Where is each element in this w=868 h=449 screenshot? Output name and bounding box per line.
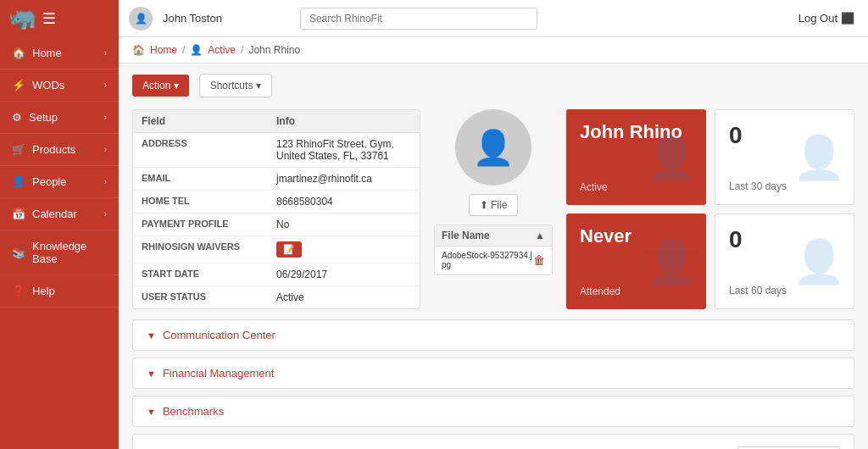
breadcrumb-home[interactable]: Home	[150, 44, 177, 56]
sidebar-label-setup: Setup	[29, 111, 58, 124]
table-row: USER STATUS Active	[133, 286, 420, 308]
sidebar-label-products: Products	[32, 143, 75, 156]
field-header: Field	[142, 115, 276, 127]
top-nav: 🦏 ☰ 👤 John Toston Log Out ⬛	[0, 0, 868, 37]
table-row: START DATE 06/29/2017	[133, 263, 420, 286]
value-startdate: 06/29/2017	[276, 269, 411, 280]
label-email: EMAIL	[142, 173, 276, 185]
sort-icon: ▲	[535, 230, 545, 241]
chevron-icon: ›	[104, 145, 107, 154]
sidebar-item-setup[interactable]: ⚙ Setup ›	[0, 102, 119, 134]
help-icon: ❓	[12, 285, 25, 297]
top-user-name: John Toston	[163, 12, 222, 25]
label-address: ADDRESS	[142, 138, 276, 162]
breadcrumb-current: John Rhino	[248, 44, 300, 56]
table-row: RhinoSign Waivers 📝	[133, 236, 420, 263]
layout: 🏠 Home › ⚡ WODs › ⚙ Setup › 🛒 Products	[0, 37, 868, 449]
sidebar-label-people: People	[32, 175, 66, 188]
chevron-icon: ›	[104, 177, 107, 186]
label-userstatus: USER STATUS	[142, 291, 276, 303]
action-button[interactable]: Action ▾	[132, 75, 189, 97]
file-table: File Name ▲ AdobeStock-95327934.jpg 🗑	[434, 224, 553, 275]
logout-icon: ⬛	[841, 12, 854, 25]
chevron-icon: ›	[104, 48, 107, 58]
avatar: 👤	[455, 109, 531, 186]
chevron-icon: ›	[104, 113, 107, 122]
stat-cards: John Rhino Active 👤 0 Last 30 days 👤 Nev…	[566, 109, 854, 309]
benchmarks-collapse-header[interactable]: ▼ Benchmarks	[133, 396, 854, 426]
file-name-header: File Name	[442, 230, 490, 241]
label-waivers: RhinoSign Waivers	[142, 241, 276, 258]
stat-status: Active	[580, 181, 693, 193]
search-input[interactable]	[300, 8, 537, 30]
hamburger-icon[interactable]: ☰	[42, 9, 56, 28]
sidebar-label-wods: WODs	[32, 79, 64, 91]
benchmarks-collapse-section: ▼ Benchmarks	[132, 396, 854, 427]
communication-header[interactable]: ▼ Communication Center	[133, 320, 854, 350]
file-upload-button[interactable]: ⬆ File	[469, 194, 519, 216]
table-row: ADDRESS 123 RhinoFit Street, Gym, United…	[133, 133, 420, 168]
value-payment: No	[276, 219, 411, 230]
main-content: 🏠 Home / 👤 Active / John Rhino Action ▾ …	[119, 37, 868, 449]
info-header: Info	[276, 115, 411, 127]
sidebar-item-home[interactable]: 🏠 Home ›	[0, 37, 119, 69]
shortcuts-label: Shortcuts ▾	[210, 80, 261, 91]
label-payment: PAYMENT PROFILE	[142, 219, 276, 230]
stat-bg-icon: 👤	[793, 237, 845, 286]
content-area: Action ▾ Shortcuts ▾ Field Info ADDRESS …	[119, 64, 868, 449]
breadcrumb-active[interactable]: Active	[208, 44, 236, 56]
shortcuts-button[interactable]: Shortcuts ▾	[199, 74, 272, 97]
logo: 🦏 ☰	[0, 0, 119, 37]
sidebar-item-knowledge-base[interactable]: 📚 Knowledge Base	[0, 230, 119, 275]
avatar: 👤	[129, 7, 153, 30]
sidebar-item-calendar[interactable]: 📅 Calendar ›	[0, 198, 119, 230]
attended-stat-card: Never Attended 👤	[566, 213, 706, 309]
value-address: 123 RhinoFit Street, Gym, United States,…	[276, 138, 411, 162]
table-row: HOME TEL 8668580304	[133, 191, 420, 213]
communication-label: Communication Center	[163, 329, 275, 341]
action-label: Action ▾	[142, 80, 179, 91]
chevron-icon: ›	[104, 209, 107, 219]
sidebar-item-people[interactable]: 👤 People ›	[0, 166, 119, 198]
value-waivers: 📝	[276, 241, 411, 258]
chevron-down-icon: ▼	[147, 369, 156, 379]
waivers-btn[interactable]: 📝	[276, 241, 302, 258]
home-icon: 🏠	[12, 47, 25, 59]
file-upload-label: ⬆ File	[480, 199, 508, 211]
benchmarks-collapse-label: Benchmarks	[163, 405, 224, 418]
stat-bg-icon: 👤	[645, 237, 698, 286]
sidebar-item-products[interactable]: 🛒 Products ›	[0, 134, 119, 166]
chevron-down-icon: ▼	[147, 407, 156, 417]
table-row: EMAIL jmartinez@rhinofit.ca	[133, 168, 420, 191]
last30-stat-card: 0 Last 30 days 👤	[715, 109, 854, 205]
sidebar-label-help: Help	[32, 285, 55, 297]
sidebar-item-help[interactable]: ❓ Help	[0, 275, 119, 308]
calendar-icon: 📅	[12, 208, 25, 220]
setup-icon: ⚙	[12, 111, 22, 124]
file-row: AdobeStock-95327934.jpg 🗑	[435, 247, 552, 274]
label-startdate: START DATE	[142, 269, 276, 280]
stat-bg-icon: 👤	[645, 133, 698, 182]
info-table: Field Info ADDRESS 123 RhinoFit Street, …	[132, 109, 420, 309]
communication-section: ▼ Communication Center	[132, 319, 854, 351]
sidebar-label-calendar: Calendar	[32, 208, 77, 220]
file-delete-button[interactable]: 🗑	[533, 253, 545, 267]
breadcrumb-home-icon: 🏠	[132, 44, 145, 56]
financial-header[interactable]: ▼ Financial Management	[133, 358, 854, 388]
people-icon: 👤	[12, 175, 25, 188]
logo-icon: 🦏	[8, 5, 36, 31]
logout-label: Log Out	[798, 12, 837, 25]
table-row: PAYMENT PROFILE No	[133, 213, 420, 236]
stat-attended-label: Attended	[580, 285, 693, 297]
knowledge-icon: 📚	[12, 247, 25, 259]
profile-center: 👤 ⬆ File File Name ▲ AdobeStock-95327934…	[434, 109, 553, 309]
stat-last60-label: Last 60 days	[729, 285, 840, 297]
sidebar-label-kb: Knowledge Base	[32, 240, 107, 265]
wods-icon: ⚡	[12, 79, 25, 91]
logout-button[interactable]: Log Out ⬛	[798, 12, 854, 25]
breadcrumb: 🏠 Home / 👤 Active / John Rhino	[119, 37, 868, 64]
sidebar-item-wods[interactable]: ⚡ WODs ›	[0, 69, 119, 102]
sidebar-label-home: Home	[32, 47, 62, 59]
last60-stat-card: 0 Last 60 days 👤	[715, 213, 854, 309]
value-userstatus: Active	[276, 291, 411, 303]
